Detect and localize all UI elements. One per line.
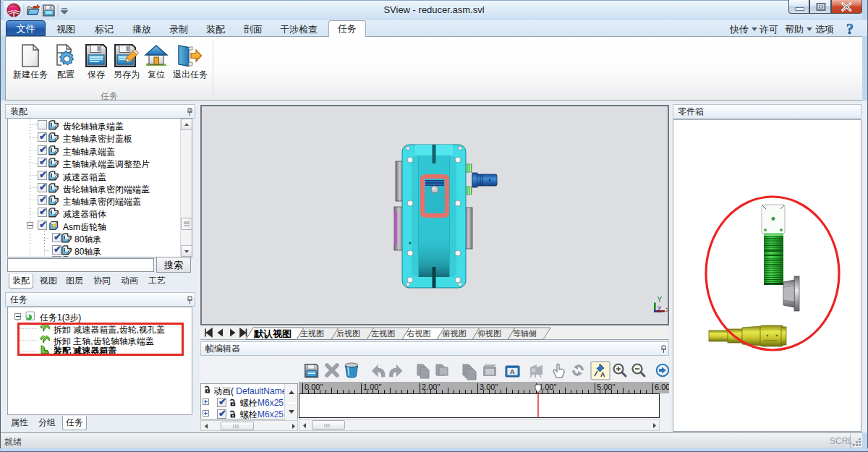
svg-text:后视图: 后视图: [336, 329, 360, 338]
svg-text:等轴侧: 等轴侧: [513, 329, 537, 338]
svg-text:右视图: 右视图: [407, 329, 431, 338]
svg-text:仰视图: 仰视图: [477, 329, 501, 338]
svg-text:0.00": 0.00": [305, 383, 323, 391]
svg-text:Y: Y: [658, 296, 663, 304]
svg-text:Z: Z: [657, 305, 662, 314]
svg-text:3.00": 3.00": [480, 383, 498, 391]
svg-text:5.00": 5.00": [597, 383, 615, 391]
svg-text:?: ?: [846, 21, 854, 37]
svg-text:6.00": 6.00": [655, 383, 669, 391]
svg-text:>: >: [665, 306, 668, 314]
svg-text:A: A: [600, 371, 605, 378]
svg-text:左视图: 左视图: [371, 329, 395, 338]
svg-text:A: A: [510, 368, 515, 375]
svg-text:主视图: 主视图: [300, 329, 324, 338]
svg-text:默认视图: 默认视图: [253, 328, 292, 339]
svg-text:1.00": 1.00": [363, 383, 381, 391]
svg-text:2.00": 2.00": [422, 383, 440, 391]
svg-text:俯视图: 俯视图: [442, 329, 467, 338]
